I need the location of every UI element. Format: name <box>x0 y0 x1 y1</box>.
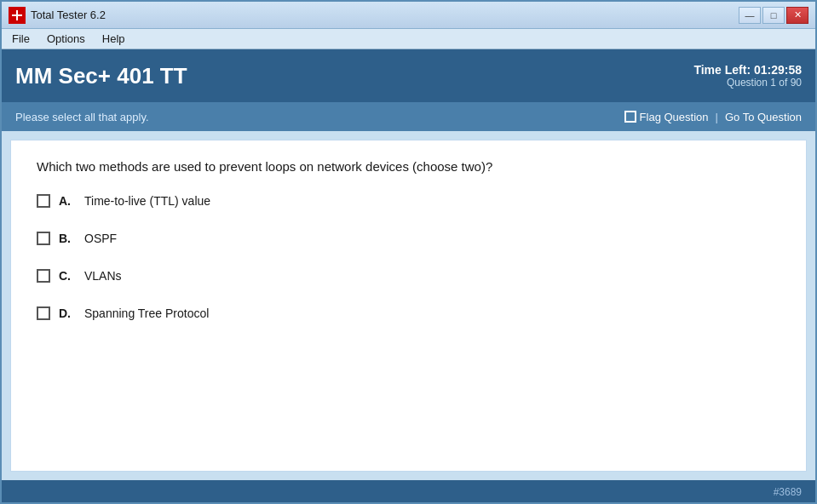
checkbox-c[interactable] <box>37 269 50 283</box>
flag-question-control[interactable]: Flag Question <box>624 111 709 123</box>
answer-text-c: VLANs <box>84 269 122 283</box>
title-bar: Total Tester 6.2 — □ ✕ <box>2 2 815 29</box>
timer-info: Time Left: 01:29:58 Question 1 of 90 <box>693 63 802 89</box>
action-separator: | <box>716 111 718 123</box>
exam-title: MM Sec+ 401 TT <box>15 63 187 89</box>
checkbox-b[interactable] <box>37 232 50 245</box>
answer-text-a: Time-to-live (TTL) value <box>84 194 210 208</box>
answer-label-b: B. <box>59 232 76 245</box>
flag-checkbox[interactable] <box>624 111 636 123</box>
answer-label-c: C. <box>59 269 76 283</box>
question-info: Question 1 of 90 <box>693 77 802 89</box>
menu-options[interactable]: Options <box>40 31 92 47</box>
time-left-label: Time Left: <box>693 63 751 77</box>
flag-question-label: Flag Question <box>640 111 709 123</box>
timer-display: Time Left: 01:29:58 <box>693 63 802 77</box>
close-button[interactable]: ✕ <box>786 7 808 24</box>
menu-file[interactable]: File <box>5 31 37 47</box>
answer-option-a: A. Time-to-live (TTL) value <box>37 194 780 208</box>
question-text: Which two methods are used to prevent lo… <box>37 158 780 177</box>
question-area: Which two methods are used to prevent lo… <box>10 140 807 472</box>
time-value: 01:29:58 <box>754 63 802 77</box>
window-controls: — □ ✕ <box>739 7 808 24</box>
checkbox-a[interactable] <box>37 194 50 208</box>
answer-option-b: B. OSPF <box>37 232 780 245</box>
answer-label-d: D. <box>59 306 76 320</box>
app-icon <box>9 7 26 24</box>
answer-option-d: D. Spanning Tree Protocol <box>37 306 780 320</box>
answer-option-c: C. VLANs <box>37 269 780 283</box>
header-bar: MM Sec+ 401 TT Time Left: 01:29:58 Quest… <box>2 49 815 102</box>
instruction-text: Please select all that apply. <box>15 111 149 123</box>
footer-bar: Abort | Grade Exam <- Previous | Next -> <box>2 499 815 504</box>
minimize-button[interactable]: — <box>739 7 761 24</box>
question-actions: Flag Question | Go To Question <box>624 111 802 123</box>
question-id: #3689 <box>774 486 802 498</box>
title-bar-left: Total Tester 6.2 <box>9 7 106 24</box>
menu-bar: File Options Help <box>2 29 815 49</box>
svg-rect-2 <box>16 10 18 20</box>
instruction-bar: Please select all that apply. Flag Quest… <box>2 102 815 131</box>
answer-label-a: A. <box>59 194 76 208</box>
window-title: Total Tester 6.2 <box>31 9 106 21</box>
checkbox-d[interactable] <box>37 306 50 320</box>
answer-text-b: OSPF <box>84 232 117 245</box>
answer-text-d: Spanning Tree Protocol <box>84 306 209 320</box>
menu-help[interactable]: Help <box>95 31 132 47</box>
go-to-question-button[interactable]: Go To Question <box>725 111 802 123</box>
maximize-button[interactable]: □ <box>762 7 785 24</box>
